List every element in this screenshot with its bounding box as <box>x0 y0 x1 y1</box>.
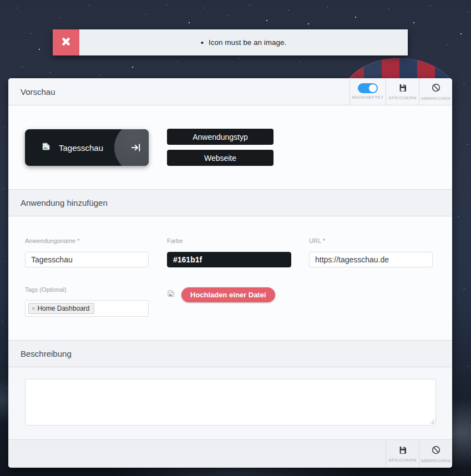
color-input[interactable] <box>167 252 291 267</box>
save-icon <box>398 445 407 456</box>
alert-close-button[interactable] <box>53 29 79 55</box>
footer-action-bar: SPEICHERN ABBRECHEN <box>8 439 452 468</box>
alert-message-area: • Icon must be an image. <box>79 29 408 55</box>
url-label: URL * <box>309 237 325 244</box>
app-preview-name: Tagesschau <box>59 143 103 153</box>
color-label: Farbe <box>167 237 183 244</box>
broken-image-icon <box>42 142 51 154</box>
application-name-label: Anwendungsname * <box>25 237 79 244</box>
tag-remove-button[interactable]: × <box>32 305 35 312</box>
description-textarea[interactable] <box>25 379 436 426</box>
app-edit-card: Vorschau ANGEHEFTET SPEICHERN ABBRECHEN … <box>8 78 452 468</box>
tags-input[interactable]: × Home Dashboard <box>25 300 149 317</box>
cancel-icon <box>431 83 441 94</box>
tags-label: Tags (Optional) <box>25 286 67 293</box>
star-field-bright <box>0 0 1 1</box>
alert-banner: • Icon must be an image. <box>53 29 408 55</box>
sign-in-arrow-icon <box>130 142 141 155</box>
page-background: { "alert": { "bullet": "•", "message": "… <box>0 0 471 476</box>
alert-bullet: • <box>201 38 204 47</box>
footer-save-label: SPEICHERN <box>388 458 416 463</box>
footer-cancel-label: ABBRECHEN <box>421 458 450 463</box>
save-button-label: SPEICHERN <box>388 95 416 100</box>
footer-save-button[interactable]: SPEICHERN <box>386 440 419 468</box>
description-section-header: Beschreibung <box>8 340 452 367</box>
section-title-beschreibung: Beschreibung <box>21 341 72 367</box>
section-title-anwendung: Anwendung hinzufügen <box>21 190 108 216</box>
tag-text: Home Dashboard <box>37 305 89 312</box>
footer-cancel-button[interactable]: ABBRECHEN <box>419 440 452 468</box>
tag-chip: × Home Dashboard <box>28 303 94 314</box>
save-button[interactable]: SPEICHERN <box>386 78 419 105</box>
section-title-vorschau: Vorschau <box>21 78 55 105</box>
alert-message: Icon must be an image. <box>209 38 286 47</box>
cancel-icon <box>431 445 441 457</box>
save-icon <box>398 83 407 94</box>
pinned-toggle-cell[interactable]: ANGEHEFTET <box>350 78 386 105</box>
pinned-toggle[interactable] <box>358 83 378 93</box>
url-input[interactable] <box>309 252 433 267</box>
upload-broken-image-icon <box>167 290 175 300</box>
add-application-section-header: Anwendung hinzufügen <box>8 189 452 216</box>
toggle-knob <box>369 84 377 92</box>
preview-section-header: Vorschau ANGEHEFTET SPEICHERN ABBRECHEN <box>8 78 452 105</box>
website-button[interactable]: Webseite <box>167 150 274 166</box>
application-type-button[interactable]: Anwendungstyp <box>167 129 274 145</box>
app-preview-tile: Tagesschau <box>25 129 149 166</box>
hot-air-balloon <box>328 55 470 79</box>
upload-file-button[interactable]: Hochladen einer Datei <box>181 287 275 302</box>
application-name-input[interactable] <box>25 252 149 267</box>
cancel-button-label: ABBRECHEN <box>421 96 450 101</box>
pinned-toggle-label: ANGEHEFTET <box>352 95 384 100</box>
cancel-button[interactable]: ABBRECHEN <box>419 78 452 105</box>
close-icon <box>60 36 72 49</box>
